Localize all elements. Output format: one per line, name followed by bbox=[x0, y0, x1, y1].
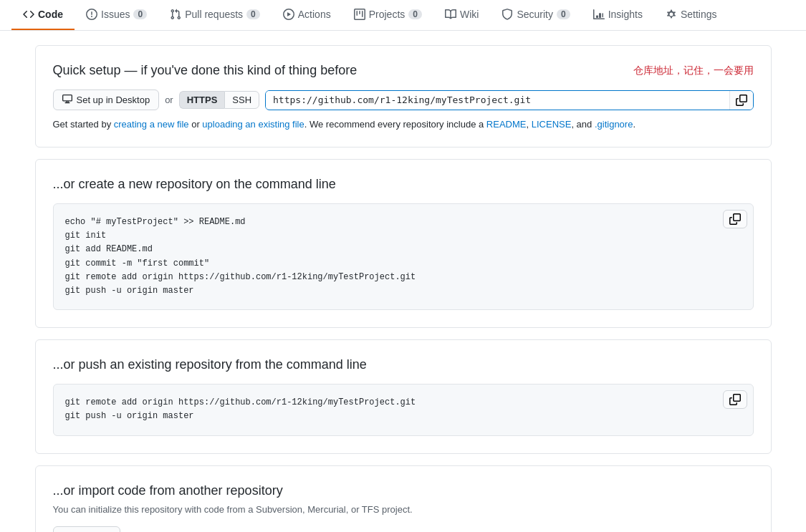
quick-setup-header: Quick setup — if you've done this kind o… bbox=[53, 63, 754, 78]
setup-controls: Set up in Desktop or HTTPS SSH bbox=[53, 90, 754, 110]
code-icon bbox=[23, 9, 34, 20]
import-repo-description: You can initialize this repository with … bbox=[53, 504, 754, 515]
wiki-icon bbox=[445, 9, 456, 20]
desktop-icon bbox=[62, 94, 72, 106]
setup-desktop-button[interactable]: Set up in Desktop bbox=[53, 90, 160, 110]
nav-item-settings[interactable]: Settings bbox=[654, 0, 729, 30]
nav-label-issues: Issues bbox=[101, 9, 130, 20]
quick-setup-card: Quick setup — if you've done this kind o… bbox=[35, 45, 772, 147]
setup-hint: Get started by creating a new file or up… bbox=[53, 119, 754, 130]
import-repo-title: ...or import code from another repositor… bbox=[53, 483, 754, 498]
or-separator: or bbox=[165, 95, 173, 105]
nav-item-pull-requests[interactable]: Pull requests 0 bbox=[158, 0, 272, 30]
create-repo-card: ...or create a new repository on the com… bbox=[35, 159, 772, 328]
push-repo-code: git remote add origin https://github.com… bbox=[65, 396, 742, 423]
nav-label-settings: Settings bbox=[681, 9, 717, 20]
upload-file-link[interactable]: uploading an existing file bbox=[202, 119, 304, 130]
push-repo-card: ...or push an existing repository from t… bbox=[35, 339, 772, 453]
nav-label-insights: Insights bbox=[608, 9, 643, 20]
nav-item-security[interactable]: Security 0 bbox=[490, 0, 581, 30]
security-icon bbox=[502, 9, 513, 20]
create-repo-title: ...or create a new repository on the com… bbox=[53, 177, 754, 192]
nav-label-projects: Projects bbox=[369, 9, 406, 20]
gitignore-link[interactable]: .gitignore bbox=[595, 119, 633, 130]
copy-push-icon bbox=[729, 394, 741, 405]
nav-item-code[interactable]: Code bbox=[11, 0, 75, 30]
nav-item-projects[interactable]: Projects 0 bbox=[342, 0, 433, 30]
security-badge: 0 bbox=[557, 9, 570, 19]
import-repo-card: ...or import code from another repositor… bbox=[35, 465, 772, 533]
https-button[interactable]: HTTPS bbox=[179, 91, 225, 109]
setup-desktop-label: Set up in Desktop bbox=[77, 95, 150, 105]
nav-label-pr: Pull requests bbox=[185, 9, 243, 20]
actions-icon bbox=[283, 9, 294, 20]
repo-annotation: 仓库地址，记住，一会要用 bbox=[633, 64, 754, 77]
ssh-button[interactable]: SSH bbox=[224, 91, 259, 109]
nav-item-insights[interactable]: Insights bbox=[582, 0, 654, 30]
clipboard-icon bbox=[736, 95, 747, 106]
nav-item-actions[interactable]: Actions bbox=[272, 0, 342, 30]
insights-icon bbox=[593, 9, 605, 20]
protocol-toggle: HTTPS SSH bbox=[179, 91, 259, 109]
repo-nav: Code Issues 0 Pull requests 0 Actions Pr… bbox=[0, 0, 806, 31]
nav-item-issues[interactable]: Issues 0 bbox=[75, 0, 158, 30]
push-repo-title: ...or push an existing repository from t… bbox=[53, 357, 754, 372]
projects-badge: 0 bbox=[408, 9, 422, 19]
license-link[interactable]: LICENSE bbox=[532, 119, 572, 130]
projects-icon bbox=[354, 9, 365, 20]
nav-label-security: Security bbox=[517, 9, 553, 20]
issues-icon bbox=[86, 9, 97, 20]
push-repo-code-block: git remote add origin https://github.com… bbox=[53, 384, 754, 435]
nav-label-wiki: Wiki bbox=[460, 9, 479, 20]
pr-icon bbox=[170, 9, 181, 20]
repo-url-input[interactable] bbox=[266, 91, 729, 109]
copy-push-repo-button[interactable] bbox=[723, 390, 747, 409]
create-repo-code-block: echo "# myTestProject" >> README.md git … bbox=[53, 203, 754, 310]
nav-label-actions: Actions bbox=[298, 9, 331, 20]
nav-label-code: Code bbox=[38, 9, 63, 20]
url-input-group bbox=[265, 90, 753, 110]
copy-icon bbox=[729, 213, 741, 225]
create-file-link[interactable]: creating a new file bbox=[114, 119, 189, 130]
nav-item-wiki[interactable]: Wiki bbox=[433, 0, 490, 30]
create-repo-code: echo "# myTestProject" >> README.md git … bbox=[65, 216, 742, 298]
readme-link[interactable]: README bbox=[486, 119, 527, 130]
copy-create-repo-button[interactable] bbox=[723, 210, 747, 228]
settings-icon bbox=[666, 9, 677, 20]
pr-badge: 0 bbox=[246, 9, 260, 19]
main-content: Quick setup — if you've done this kind o… bbox=[24, 45, 783, 532]
quick-setup-title: Quick setup — if you've done this kind o… bbox=[53, 63, 358, 78]
import-code-button[interactable]: Import code bbox=[53, 526, 121, 533]
copy-url-button[interactable] bbox=[729, 91, 753, 110]
issues-badge: 0 bbox=[133, 9, 147, 19]
